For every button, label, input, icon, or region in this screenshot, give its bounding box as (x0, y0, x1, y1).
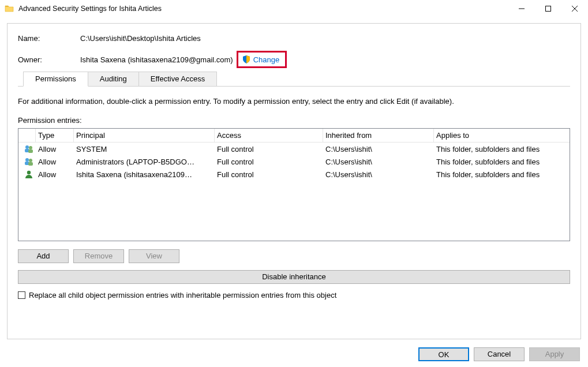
tab-strip: Permissions Auditing Effective Access (18, 72, 570, 87)
table-row[interactable]: AllowSYSTEMFull controlC:\Users\ishit\Th… (18, 143, 570, 155)
replace-child-checkbox[interactable] (18, 291, 25, 299)
cell-applies: This folder, subfolders and files (434, 156, 570, 167)
cell-type: Allow (36, 169, 74, 180)
uac-shield-icon (242, 55, 251, 64)
footer-buttons: OK Cancel Apply (418, 347, 580, 361)
change-owner-link[interactable]: Change (253, 55, 280, 64)
col-inherited[interactable]: Inherited from (323, 129, 434, 142)
info-text: For additional information, double-click… (18, 97, 570, 106)
svg-rect-4 (28, 149, 33, 153)
cancel-button[interactable]: Cancel (474, 347, 525, 361)
col-access[interactable]: Access (215, 129, 323, 142)
name-label: Name: (18, 34, 80, 43)
principal-icon (24, 144, 33, 153)
col-principal[interactable]: Principal (74, 129, 215, 142)
principal-icon (24, 170, 33, 179)
cell-inherited: C:\Users\ishit\ (323, 156, 434, 167)
name-value: C:\Users\ishit\Desktop\Ishita Articles (80, 34, 201, 43)
apply-button[interactable]: Apply (529, 347, 580, 361)
col-applies[interactable]: Applies to (434, 129, 570, 142)
ok-button[interactable]: OK (418, 347, 469, 361)
owner-value: Ishita Saxena (ishitasaxena2109@gmail.co… (80, 55, 233, 64)
owner-label: Owner: (18, 55, 80, 64)
table-row[interactable]: AllowIshita Saxena (ishitasaxena2109…Ful… (18, 168, 570, 181)
entries-label: Permission entries: (18, 116, 570, 125)
cell-applies: This folder, subfolders and files (434, 169, 570, 180)
close-button[interactable] (561, 0, 588, 17)
cell-principal: Ishita Saxena (ishitasaxena2109… (74, 169, 215, 180)
tab-permissions[interactable]: Permissions (23, 72, 88, 87)
svg-point-9 (27, 171, 31, 174)
table-header: Type Principal Access Inherited from App… (18, 129, 570, 143)
table-row[interactable]: AllowAdministrators (LAPTOP-B5DGO…Full c… (18, 155, 570, 168)
cell-inherited: C:\Users\ishit\ (323, 169, 434, 180)
cell-access: Full control (215, 156, 323, 167)
remove-button[interactable]: Remove (73, 249, 124, 263)
principal-icon (24, 157, 33, 166)
cell-inherited: C:\Users\ishit\ (323, 144, 434, 155)
svg-point-1 (25, 145, 29, 149)
folder-icon (5, 4, 14, 13)
svg-point-5 (25, 158, 29, 162)
tab-auditing[interactable]: Auditing (88, 72, 139, 87)
cell-access: Full control (215, 144, 323, 155)
titlebar: Advanced Security Settings for Ishita Ar… (0, 0, 588, 17)
svg-rect-8 (28, 162, 33, 166)
cell-access: Full control (215, 169, 323, 180)
svg-rect-0 (546, 6, 551, 12)
replace-child-label[interactable]: Replace all child object permission entr… (29, 291, 336, 299)
content-frame: Name: C:\Users\ishit\Desktop\Ishita Arti… (7, 23, 581, 339)
cell-principal: SYSTEM (74, 144, 215, 155)
tab-effective-access[interactable]: Effective Access (138, 72, 217, 87)
cell-principal: Administrators (LAPTOP-B5DGO… (74, 156, 215, 167)
cell-type: Allow (36, 156, 74, 167)
change-owner-highlight: Change (237, 51, 287, 68)
cell-applies: This folder, subfolders and files (434, 144, 570, 155)
col-type[interactable]: Type (36, 129, 74, 142)
add-button[interactable]: Add (18, 249, 69, 263)
window-title: Advanced Security Settings for Ishita Ar… (18, 5, 162, 13)
svg-point-2 (29, 146, 32, 149)
view-button[interactable]: View (129, 249, 179, 263)
maximize-button[interactable] (535, 0, 561, 17)
minimize-button[interactable] (508, 0, 535, 17)
cell-type: Allow (36, 144, 74, 155)
disable-inheritance-button[interactable]: Disable inheritance (18, 270, 570, 284)
tab-body: For additional information, double-click… (8, 87, 580, 306)
permission-entries-table[interactable]: Type Principal Access Inherited from App… (18, 128, 570, 241)
svg-point-6 (29, 159, 32, 162)
